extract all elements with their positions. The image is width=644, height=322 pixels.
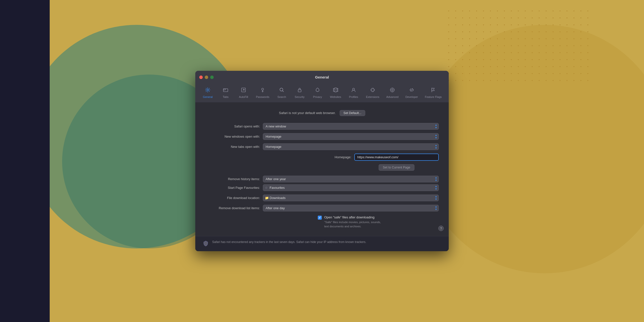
preferences-window: General General Tabs [195, 71, 449, 252]
remove-download-label: Remove download list items: [205, 206, 260, 210]
set-default-button[interactable]: Set Default... [340, 110, 365, 116]
new-tabs-select[interactable]: Homepage [263, 143, 439, 150]
start-page-control: ☆ Favourites ▲▼ [263, 184, 439, 191]
file-download-select[interactable]: Downloads [263, 194, 439, 201]
advanced-icon [390, 87, 395, 94]
file-download-control: 📁 Downloads ▲▼ [263, 194, 439, 201]
remove-history-row: Remove history items: After one year ▲▼ [205, 176, 439, 182]
tab-developer[interactable]: Developer [402, 86, 422, 100]
remove-download-row: Remove download list items: After one da… [205, 205, 439, 212]
svg-point-8 [352, 88, 354, 90]
websites-icon [333, 87, 338, 94]
safari-opens-row: Safari opens with: A new window ▲▼ [205, 123, 439, 130]
open-safe-files-checkbox[interactable] [318, 216, 322, 220]
new-tabs-control: Homepage ▲▼ [263, 143, 439, 150]
tab-profiles[interactable]: Profiles [344, 86, 362, 100]
profiles-icon [351, 87, 356, 94]
start-page-row: Start Page Favourites: ☆ Favourites ▲▼ [205, 184, 439, 191]
traffic-lights [199, 76, 214, 79]
tab-security[interactable]: Security [291, 86, 308, 100]
developer-label: Developer [406, 96, 418, 98]
privacy-label: Privacy [313, 96, 322, 98]
window-title: General [315, 75, 329, 79]
open-safe-files-main-label: Open "safe" files after downloading [324, 216, 381, 219]
svg-point-0 [207, 89, 209, 91]
set-current-page-row: Set to Current Page [205, 164, 439, 171]
start-page-select[interactable]: Favourites [263, 184, 439, 191]
open-safe-files-labels: Open "safe" files after downloading "Saf… [324, 216, 381, 229]
svg-rect-6 [298, 90, 301, 92]
tab-search[interactable]: Search [273, 86, 291, 100]
extensions-icon [370, 87, 376, 94]
tab-feature-flags[interactable]: Feature Flags [422, 86, 445, 100]
tabs-icon [223, 87, 228, 94]
advanced-label: Advanced [386, 96, 398, 98]
default-browser-text: Safari is not your default web browser. [279, 111, 336, 115]
sidebar [0, 0, 50, 322]
safari-opens-control: A new window ▲▼ [263, 123, 439, 130]
new-tabs-row: New tabs open with: Homepage ▲▼ [205, 143, 439, 150]
tabs-label: Tabs [223, 96, 228, 98]
tab-passwords[interactable]: Passwords [252, 86, 273, 100]
close-button[interactable] [199, 76, 203, 79]
toolbar: General Tabs AutoFill [195, 84, 449, 102]
tab-advanced[interactable]: Advanced [383, 86, 402, 100]
feature-flags-icon [430, 87, 436, 94]
tab-websites[interactable]: Websites [326, 86, 344, 100]
autofill-icon [241, 87, 246, 94]
title-bar: General [195, 71, 449, 84]
open-safe-files-row: Open "safe" files after downloading "Saf… [260, 216, 439, 229]
autofill-label: AutoFill [239, 96, 248, 98]
maximize-button[interactable] [210, 76, 214, 79]
feature-flags-label: Feature Flags [425, 96, 442, 98]
remove-history-label: Remove history items: [205, 177, 260, 181]
search-icon [279, 87, 284, 94]
svg-point-4 [262, 88, 264, 90]
tab-tabs[interactable]: Tabs [217, 86, 234, 100]
new-tabs-label: New tabs open with: [205, 145, 260, 148]
passwords-icon [260, 87, 265, 94]
bottom-notice-text: Safari has not encountered any trackers … [212, 240, 366, 244]
shield-icon [203, 240, 209, 248]
new-windows-label: New windows open with: [205, 135, 260, 138]
file-download-label: File download location: [205, 196, 260, 200]
file-download-row: File download location: 📁 Downloads ▲▼ [205, 194, 439, 201]
extensions-label: Extensions [366, 96, 380, 98]
tab-autofill[interactable]: AutoFill [234, 86, 252, 100]
developer-icon [409, 87, 414, 94]
remove-history-control: After one year ▲▼ [263, 176, 439, 182]
passwords-label: Passwords [256, 96, 269, 98]
websites-label: Websites [330, 96, 341, 98]
set-current-page-button[interactable]: Set to Current Page [379, 164, 414, 171]
homepage-row: Homepage: [205, 154, 439, 161]
bottom-notice: Safari has not encountered any trackers … [195, 236, 449, 251]
tab-privacy[interactable]: Privacy [308, 86, 326, 100]
content-area: Safari is not your default web browser. … [195, 102, 449, 236]
homepage-input[interactable] [354, 154, 439, 161]
safari-opens-label: Safari opens with: [205, 124, 260, 128]
tab-extensions[interactable]: Extensions [362, 86, 383, 100]
start-page-label: Start Page Favourites: [205, 186, 260, 190]
minimize-button[interactable] [205, 76, 208, 79]
general-icon [205, 87, 210, 94]
new-windows-row: New windows open with: Homepage ▲▼ [205, 133, 439, 140]
search-label: Search [278, 96, 286, 98]
default-browser-notice: Safari is not your default web browser. … [205, 110, 439, 116]
homepage-label: Homepage: [297, 155, 351, 159]
new-windows-control: Homepage ▲▼ [263, 133, 439, 140]
help-button[interactable]: ? [438, 226, 444, 231]
open-safe-files-sub-label: "Safe" files include movies, pictures, s… [324, 220, 381, 229]
homepage-control [354, 154, 439, 161]
svg-rect-2 [223, 89, 228, 92]
svg-point-9 [392, 89, 393, 91]
tab-general[interactable]: General [199, 86, 217, 100]
new-windows-select[interactable]: Homepage [263, 133, 439, 140]
general-label: General [203, 96, 213, 98]
remove-download-select[interactable]: After one day [263, 205, 439, 212]
remove-download-control: After one day ▲▼ [263, 205, 439, 212]
safari-opens-select[interactable]: A new window [263, 123, 439, 130]
profiles-label: Profiles [349, 96, 358, 98]
security-label: Security [295, 96, 304, 98]
remove-history-select[interactable]: After one year [263, 176, 439, 182]
security-icon [297, 87, 302, 94]
